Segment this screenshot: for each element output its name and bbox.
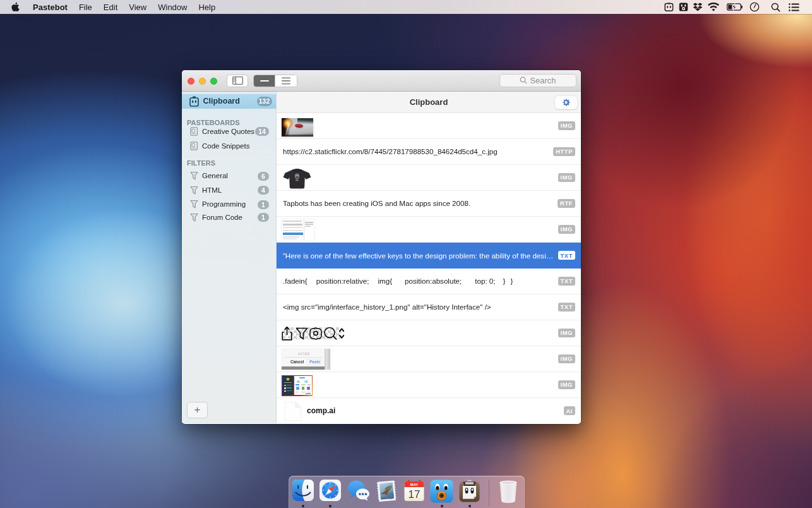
- svg-text:17: 17: [409, 488, 421, 500]
- svg-text:MAY: MAY: [410, 483, 419, 487]
